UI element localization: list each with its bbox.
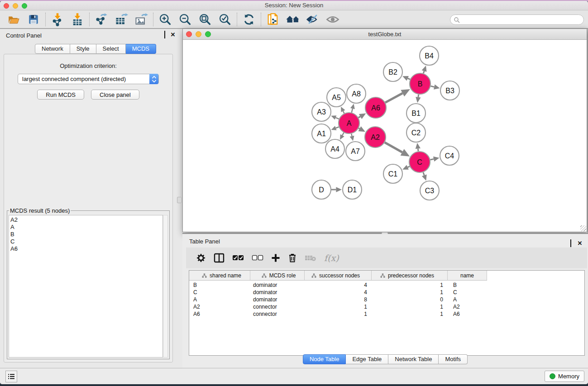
table-cell: 1 xyxy=(372,304,448,311)
plus-icon xyxy=(271,253,280,262)
table-cell: A2 xyxy=(448,304,487,311)
mcds-result-list[interactable]: A2ABCA6 xyxy=(9,215,163,357)
svg-text:B: B xyxy=(418,80,423,88)
export-table-button[interactable] xyxy=(113,12,129,27)
memory-status-icon xyxy=(550,373,555,379)
node-table-rows: Bdominator41BCdominator41CAdominator80AA… xyxy=(189,281,584,318)
show-columns-button[interactable] xyxy=(214,251,225,265)
search-icon xyxy=(454,17,460,23)
memory-button[interactable]: Memory xyxy=(545,371,584,382)
select-all-button[interactable] xyxy=(232,251,244,265)
export-network-button[interactable] xyxy=(93,12,110,27)
column-header-predecessor-nodes[interactable]: predecessor nodes xyxy=(372,271,448,281)
close-table-panel-icon[interactable]: ✕ xyxy=(577,241,583,246)
deselect-all-button[interactable] xyxy=(252,251,263,265)
zoom-out-button[interactable] xyxy=(177,12,193,27)
tab-network-table[interactable]: Network Table xyxy=(388,354,439,364)
import-network-button[interactable] xyxy=(49,12,66,27)
table-cell: A6 xyxy=(448,311,487,318)
mcds-result-item[interactable]: B xyxy=(10,231,163,238)
zoom-in-icon xyxy=(158,13,172,26)
zoom-in-button[interactable] xyxy=(157,12,173,27)
table-settings-button[interactable] xyxy=(196,251,206,265)
svg-text:A4: A4 xyxy=(330,145,339,153)
mcds-result-item[interactable]: A2 xyxy=(10,216,163,224)
column-header-name[interactable]: name xyxy=(448,271,487,281)
open-file-button[interactable] xyxy=(5,12,22,27)
panel-splitter-handle[interactable] xyxy=(177,197,182,203)
tab-mcds[interactable]: MCDS xyxy=(126,44,156,54)
table-row[interactable]: Cdominator41C xyxy=(189,289,584,296)
tab-network[interactable]: Network xyxy=(35,44,70,54)
network-close-button[interactable] xyxy=(186,31,192,37)
zoom-out-icon xyxy=(178,13,192,26)
export-image-button[interactable] xyxy=(133,12,149,27)
eye-slash-icon xyxy=(306,13,320,26)
table-row[interactable]: A2connector11A2 xyxy=(189,304,584,311)
float-panel-icon[interactable] xyxy=(162,32,167,38)
network-graph[interactable]: AA1A2A3A4A5A6A7A8BB1B2B3B4CC1C2C3C4DD1 xyxy=(183,40,587,232)
float-table-panel-icon[interactable] xyxy=(568,241,574,246)
network-zoom-button[interactable] xyxy=(205,31,211,37)
network-minimize-button[interactable] xyxy=(196,31,201,37)
memory-label: Memory xyxy=(558,373,579,380)
svg-text:C4: C4 xyxy=(445,152,454,160)
zoom-fit-button[interactable] xyxy=(197,12,213,27)
close-panel-button[interactable]: Close panel xyxy=(91,90,139,100)
column-header-successor-nodes[interactable]: successor nodes xyxy=(305,271,372,281)
network-canvas[interactable]: AA1A2A3A4A5A6A7A8BB1B2B3B4CC1C2C3C4DD1 xyxy=(183,40,587,232)
show-all-button[interactable] xyxy=(325,12,341,27)
zoom-selected-icon xyxy=(218,13,232,26)
tab-edge-table[interactable]: Edge Table xyxy=(346,354,388,364)
delete-column-button[interactable] xyxy=(288,251,297,265)
control-panel-tabs: Network Style Select MCDS xyxy=(35,44,156,54)
clone-network-icon xyxy=(266,13,280,26)
eye-icon xyxy=(325,13,340,26)
table-cell: 1 xyxy=(305,304,372,311)
save-icon xyxy=(28,14,39,25)
run-mcds-button[interactable]: Run MCDS xyxy=(37,90,84,100)
search-box[interactable] xyxy=(450,14,584,25)
zoom-selected-button[interactable] xyxy=(217,12,233,27)
table-row[interactable]: A6connector11A6 xyxy=(189,311,584,318)
tab-style[interactable]: Style xyxy=(70,44,96,54)
task-history-button[interactable] xyxy=(5,371,17,382)
result-scrollbar[interactable] xyxy=(163,215,168,357)
add-column-button[interactable] xyxy=(271,251,280,265)
column-header-shared-name[interactable]: shared name xyxy=(189,271,250,281)
import-table-button[interactable] xyxy=(69,12,86,27)
clone-network-button[interactable] xyxy=(265,12,281,27)
export-table-icon xyxy=(115,13,128,26)
refresh-button[interactable] xyxy=(241,12,257,27)
search-input[interactable] xyxy=(460,17,573,23)
home-button[interactable] xyxy=(285,12,301,27)
column-header-mcds-role[interactable]: MCDS role xyxy=(250,271,305,281)
close-panel-icon[interactable]: ✕ xyxy=(170,32,176,38)
node-table-header: shared name MCDS role successor nodes pr… xyxy=(189,271,584,281)
zoom-window-button[interactable] xyxy=(22,3,27,9)
control-panel-title: Control Panel xyxy=(6,32,42,39)
svg-text:C2: C2 xyxy=(411,129,421,137)
network-view-window: testGlobe.txt AA1A2A3A4A5A6A7A8BB1B2B3B4… xyxy=(182,29,587,232)
open-folder-icon xyxy=(7,14,20,25)
tab-motifs[interactable]: Motifs xyxy=(439,354,468,364)
table-cell: C xyxy=(448,289,487,296)
selected-option: largest connected component (directed) xyxy=(22,76,126,82)
mcds-result-item[interactable]: A xyxy=(10,224,163,231)
svg-text:A1: A1 xyxy=(317,130,326,138)
optimization-criterion-select[interactable]: largest connected component (directed) xyxy=(18,74,159,84)
table-row[interactable]: Bdominator41B xyxy=(189,282,584,289)
mcds-result-item[interactable]: C xyxy=(10,238,163,245)
table-cell: dominator xyxy=(250,282,305,289)
table-cell: 4 xyxy=(305,282,372,289)
close-window-button[interactable] xyxy=(4,3,9,9)
tab-node-table[interactable]: Node Table xyxy=(303,354,346,364)
mcds-result-item[interactable]: A6 xyxy=(10,245,163,253)
table-row[interactable]: Adominator80A xyxy=(189,296,584,304)
minimize-window-button[interactable] xyxy=(13,3,18,9)
table-cell: A2 xyxy=(189,304,250,311)
save-session-button[interactable] xyxy=(25,12,42,27)
window-resize-grip[interactable] xyxy=(580,225,586,231)
tab-select[interactable]: Select xyxy=(96,44,126,54)
hide-selected-button[interactable] xyxy=(305,12,321,27)
